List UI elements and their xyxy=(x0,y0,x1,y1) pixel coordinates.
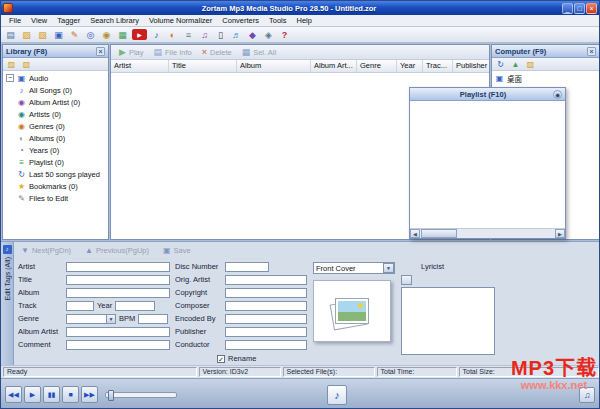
lyrics-icon[interactable]: ≡ xyxy=(182,28,195,41)
menu-file[interactable]: File xyxy=(4,16,26,25)
normalizer-icon[interactable]: ♪ xyxy=(150,28,163,41)
converter-icon[interactable]: ◆ xyxy=(246,28,259,41)
pause-track-button[interactable]: ▮▮ xyxy=(43,386,60,403)
library-root-audio[interactable]: − ▣ Audio xyxy=(3,72,108,84)
ipod-icon[interactable]: ▯ xyxy=(214,28,227,41)
menu-converters[interactable]: Converters xyxy=(217,16,264,25)
cover-type-select[interactable]: Front Cover ▼ xyxy=(313,262,395,274)
artist-input[interactable] xyxy=(66,262,170,272)
album-art-placeholder[interactable] xyxy=(313,280,391,342)
file-info-button[interactable]: ▤ File Info xyxy=(154,47,192,57)
add-folder-icon[interactable]: ▨ xyxy=(6,60,17,69)
seek-slider[interactable] xyxy=(105,392,177,398)
auto-tag-icon[interactable]: ✎ xyxy=(68,28,81,41)
library-item-genres[interactable]: ◉ Genres (0) xyxy=(3,120,108,132)
library-item-albums[interactable]: ◐ Albums (0) xyxy=(3,132,108,144)
computer-item-desktop[interactable]: ▣ 桌面 xyxy=(492,72,599,84)
music-note-button[interactable]: ♪ xyxy=(327,385,347,405)
previous-track-button[interactable]: ◀◀ xyxy=(5,386,22,403)
folder-up-icon[interactable]: ▲ xyxy=(510,60,521,69)
play-track-button[interactable]: ▶ xyxy=(24,386,41,403)
chevron-down-icon[interactable]: ▼ xyxy=(383,263,394,273)
menu-tagger[interactable]: Tagger xyxy=(52,16,85,25)
library-item-playlist[interactable]: ≡ Playlist (0) xyxy=(3,156,108,168)
disc-number-input[interactable] xyxy=(225,262,269,272)
album-input[interactable] xyxy=(66,288,170,298)
scrollbar-thumb[interactable] xyxy=(421,229,457,238)
library-item-bookmarks[interactable]: ★ Bookmarks (0) xyxy=(3,180,108,192)
genre-input[interactable] xyxy=(66,314,107,324)
delete-button[interactable]: × Delete xyxy=(202,47,232,57)
itunes-icon[interactable]: ♬ xyxy=(230,28,243,41)
column-album-artist[interactable]: Album Art... xyxy=(311,60,357,72)
computer-close-icon[interactable]: × xyxy=(587,47,596,56)
open-folder-icon[interactable]: ▨ xyxy=(20,28,33,41)
minimize-button[interactable]: _ xyxy=(562,3,573,14)
playlist-body[interactable] xyxy=(410,101,565,228)
library-item-all-songs[interactable]: ♪ All Songs (0) xyxy=(3,84,108,96)
encoded-by-input[interactable] xyxy=(225,314,307,324)
library-item-album-artist[interactable]: ◉ Album Artist (0) xyxy=(3,96,108,108)
save-button[interactable]: ▣ Save xyxy=(160,245,194,256)
youtube-icon[interactable]: ▶ xyxy=(132,29,147,40)
publisher-input[interactable] xyxy=(225,327,307,337)
menu-view[interactable]: View xyxy=(26,16,52,25)
chevron-down-icon[interactable]: ▼ xyxy=(107,314,116,324)
stop-track-button[interactable]: ■ xyxy=(62,386,79,403)
column-publisher[interactable]: Publisher xyxy=(453,60,489,72)
library-item-last-50-songs[interactable]: ↻ Last 50 songs played xyxy=(3,168,108,180)
genre-select[interactable]: ▼ xyxy=(66,314,116,324)
menu-search-library[interactable]: Search Library xyxy=(85,16,144,25)
burn-cd-icon[interactable]: ◐ xyxy=(166,28,179,41)
composer-input[interactable] xyxy=(225,301,307,311)
next-track-button[interactable]: ▶▶ xyxy=(81,386,98,403)
select-all-button[interactable]: ▦ Sel. All xyxy=(242,47,276,57)
scroll-right-icon[interactable]: ▶ xyxy=(555,229,565,238)
library-item-artists[interactable]: ◉ Artists (0) xyxy=(3,108,108,120)
title-input[interactable] xyxy=(66,275,170,285)
menu-tools[interactable]: Tools xyxy=(264,16,292,25)
playlist-panel-header[interactable]: Playlist (F10) ◉ xyxy=(410,88,565,101)
orig-artist-input[interactable] xyxy=(225,275,307,285)
settings-icon[interactable]: ◈ xyxy=(262,28,275,41)
track-input[interactable] xyxy=(66,301,94,311)
lyricist-textarea[interactable] xyxy=(401,287,495,355)
column-artist[interactable]: Artist xyxy=(111,60,169,72)
album-artist-input[interactable] xyxy=(66,327,170,337)
conductor-input[interactable] xyxy=(225,340,307,350)
computer-panel-header[interactable]: Computer (F9) × xyxy=(492,45,599,58)
help-icon[interactable]: ? xyxy=(278,28,291,41)
library-item-years[interactable]: ◔ Years (0) xyxy=(3,144,108,156)
previous-button[interactable]: ▲ Previous(PgUp) xyxy=(82,245,152,256)
menu-help[interactable]: Help xyxy=(292,16,317,25)
browse-folder-icon[interactable]: ▨ xyxy=(525,60,536,69)
library-close-icon[interactable]: × xyxy=(96,47,105,56)
title-bar[interactable]: Zortam Mp3 Media Studio Pro 28.50 - Unti… xyxy=(1,1,599,15)
playlist-scrollbar[interactable]: ◀ ▶ xyxy=(410,228,565,238)
year-input[interactable] xyxy=(115,301,155,311)
column-title[interactable]: Title xyxy=(169,60,237,72)
karaoke-icon[interactable]: ♫ xyxy=(198,28,211,41)
remove-folder-icon[interactable]: ▧ xyxy=(21,60,32,69)
seek-slider-thumb[interactable] xyxy=(108,390,114,401)
collapse-icon[interactable]: − xyxy=(6,74,14,82)
edit-tags-tab[interactable]: ♪ Edit Tags (Alt) xyxy=(1,242,14,366)
menu-volume-normalizer[interactable]: Volume Normalizer xyxy=(144,16,217,25)
scroll-left-icon[interactable]: ◀ xyxy=(410,229,420,238)
library-panel-header[interactable]: Library (F8) × xyxy=(3,45,108,58)
maximize-button[interactable]: □ xyxy=(574,3,585,14)
close-button[interactable]: × xyxy=(586,3,597,14)
scan-folder-icon[interactable]: ▧ xyxy=(36,28,49,41)
refresh-icon[interactable]: ↻ xyxy=(495,60,506,69)
bpm-input[interactable] xyxy=(138,314,168,324)
scrollbar-track[interactable] xyxy=(420,229,555,238)
play-button[interactable]: ▶ Play xyxy=(119,47,144,57)
search-library-icon[interactable]: ◎ xyxy=(84,28,97,41)
column-album[interactable]: Album xyxy=(237,60,311,72)
next-button[interactable]: ▼ Next(PgDn) xyxy=(18,245,74,256)
new-library-icon[interactable]: ▤ xyxy=(4,28,17,41)
column-track[interactable]: Trac... xyxy=(423,60,453,72)
album-art-icon[interactable]: ▦ xyxy=(116,28,129,41)
save-library-icon[interactable]: ▣ xyxy=(52,28,65,41)
lyricist-tool-button[interactable] xyxy=(401,275,412,285)
